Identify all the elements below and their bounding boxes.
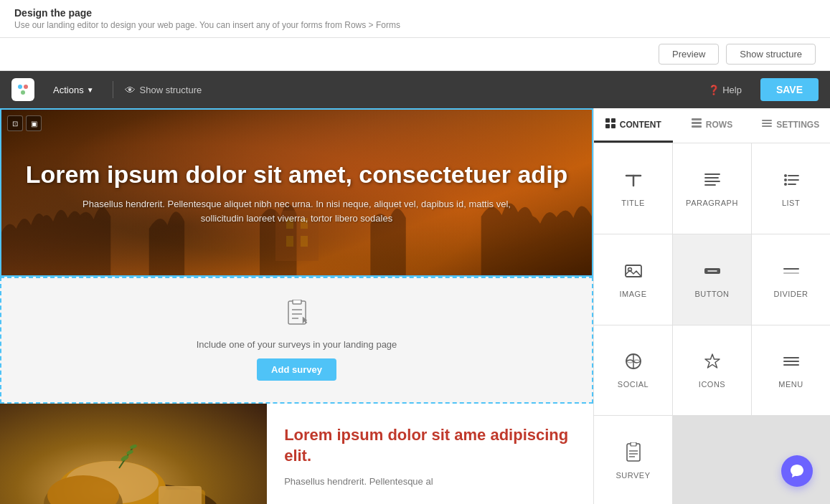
info-bar: Design the page Use our landing editor t… [0,0,830,38]
content-items-grid: TITLE PARAGRAPH [594,143,830,504]
list-item-label: LIST [782,199,800,207]
help-label: Help [722,85,742,95]
actions-button[interactable]: Actions ▼ [46,80,101,100]
divider-item-label: DIVIDER [773,290,808,298]
survey-description: Include one of your surveys in your land… [197,339,397,350]
rows-icon [692,118,702,130]
content-item-social[interactable]: SOCIAL [594,325,672,416]
save-button[interactable]: SAVE [760,78,819,101]
content-item-title[interactable]: TITLE [594,143,672,234]
toolbar-divider [113,81,113,98]
hero-subtitle: Phasellus hendrerit. Pellentesque alique… [82,197,512,225]
panel-tabs: CONTENT ROWS [594,108,830,143]
content-item-icons[interactable]: ICONS [673,325,751,416]
canvas-area: ⊡ ▣ Lorem ipsum dolor sit amet, consecte… [0,108,593,504]
svg-point-20 [130,444,138,450]
bread-visual [0,404,267,504]
svg-rect-34 [762,125,772,127]
tab-content[interactable]: CONTENT [594,108,673,143]
svg-point-2 [21,90,25,95]
content-item-image[interactable]: IMAGE [594,234,672,325]
eye-icon: 👁 [125,84,136,96]
hero-overlay: Lorem ipsum dolor sit amet, consectetuer… [1,110,592,275]
svg-rect-29 [692,118,702,120]
svg-rect-47 [626,265,641,277]
svg-rect-28 [611,124,616,128]
content-item-menu[interactable]: MENU [752,325,830,416]
tab-content-label: CONTENT [620,120,661,130]
page-title: Design the page [14,7,816,19]
show-structure-toolbar-label: Show structure [140,85,202,95]
icons-item-label: ICONS [699,380,725,389]
show-structure-toolbar-btn[interactable]: 👁 Show structure [125,84,202,96]
svg-rect-30 [692,122,702,124]
editor-toolbar: Actions ▼ 👁 Show structure ❓ Help SAVE [0,71,830,108]
icons-icon [702,351,722,374]
survey-icon [284,300,310,331]
paragraph-item-label: PARAGRAPH [686,199,738,207]
svg-point-19 [126,450,133,456]
content-item-button[interactable]: BUTTON [673,234,751,325]
title-item-label: TITLE [621,199,644,207]
divider-icon [781,261,801,284]
svg-rect-25 [605,118,610,123]
menu-icon [781,351,801,374]
tab-rows[interactable]: ROWS [673,108,752,143]
svg-point-41 [784,174,787,177]
content-description: Phasellus hendrerit. Pellentesque al [284,475,576,490]
svg-rect-32 [762,120,772,121]
brand-logo [11,78,34,101]
chevron-down-icon: ▼ [87,86,94,94]
svg-rect-24 [159,486,202,504]
content-item-divider[interactable]: DIVIDER [752,234,830,325]
svg-point-43 [784,179,787,181]
tab-settings-label: SETTINGS [776,120,819,130]
content-title: Lorem ipsum dolor sit ame adipiscing eli… [284,425,576,466]
actions-label: Actions [53,85,84,95]
preview-button[interactable]: Preview [659,44,719,65]
grid-icon [605,118,616,130]
survey-item-label: SURVEY [616,471,650,480]
svg-rect-33 [762,123,772,124]
chat-icon [789,463,805,479]
tab-rows-label: ROWS [706,120,732,130]
survey-panel-icon [623,442,643,465]
content-item-survey[interactable]: SURVEY [594,416,672,504]
show-structure-button[interactable]: Show structure [726,44,816,65]
image-icon [623,261,643,284]
content-item-paragraph[interactable]: PARAGRAPH [673,143,751,234]
svg-rect-60 [631,442,636,446]
button-item-label: BUTTON [694,290,729,298]
svg-rect-52 [783,272,799,274]
content-item-list[interactable]: LIST [752,143,830,234]
right-panel: CONTENT ROWS [593,108,830,504]
svg-rect-9 [293,300,301,304]
svg-point-1 [24,85,28,89]
social-icon [623,351,643,374]
main-layout: ⊡ ▣ Lorem ipsum dolor sit amet, consecte… [0,108,830,504]
tab-settings[interactable]: SETTINGS [751,108,830,143]
svg-rect-26 [611,118,616,123]
chat-button[interactable] [781,455,813,487]
svg-point-0 [18,85,22,89]
content-section: Lorem ipsum dolor sit ame adipiscing eli… [0,404,593,504]
svg-rect-31 [692,125,702,128]
hero-section[interactable]: ⊡ ▣ Lorem ipsum dolor sit amet, consecte… [0,108,593,277]
content-text: Lorem ipsum dolor sit ame adipiscing eli… [267,404,593,504]
content-image [0,404,267,504]
add-survey-button[interactable]: Add survey [257,358,336,381]
menu-item-label: MENU [778,380,803,389]
image-item-label: IMAGE [620,290,647,298]
settings-icon [762,118,772,130]
hero-title: Lorem ipsum dolor sit amet, consectetuer… [26,160,568,189]
svg-marker-55 [705,354,720,368]
preview-row: Preview Show structure [0,38,830,71]
button-icon [702,261,722,284]
social-item-label: SOCIAL [618,380,649,389]
help-button[interactable]: ❓ Help [701,80,749,100]
survey-section: Include one of your surveys in your land… [0,277,593,404]
svg-rect-51 [783,268,799,270]
paragraph-icon [702,170,722,193]
svg-rect-27 [605,124,610,128]
title-icon [623,170,643,193]
